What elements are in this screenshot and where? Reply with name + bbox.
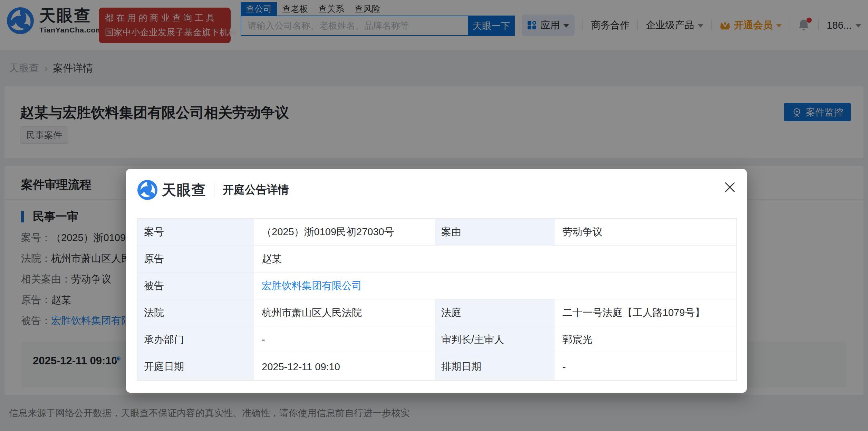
table-row: 被告 宏胜饮料集团有限公司: [138, 272, 736, 299]
close-icon[interactable]: [724, 181, 736, 193]
tianyancha-logo-icon: [137, 180, 157, 200]
cell-value: 2025-12-11 09:10: [255, 353, 435, 380]
cell-value: -: [255, 326, 435, 353]
defendant-company-link[interactable]: 宏胜饮料集团有限公司: [255, 272, 736, 299]
hearing-detail-modal: 天眼查 开庭公告详情 案号 （2025）浙0109民初27030号 案由 劳动争…: [126, 169, 747, 393]
table-row: 案号 （2025）浙0109民初27030号 案由 劳动争议: [138, 219, 736, 246]
modal-title-divider: [214, 183, 214, 197]
cell-value: 杭州市萧山区人民法院: [255, 299, 435, 326]
table-row: 原告 赵某: [138, 246, 736, 272]
cell-value: -: [556, 353, 736, 380]
cell-label: 原告: [138, 246, 255, 272]
cell-value: （2025）浙0109民初27030号: [255, 219, 435, 245]
cell-label: 承办部门: [138, 326, 255, 353]
modal-brand: 天眼查: [162, 181, 206, 200]
cell-label: 法院: [138, 299, 255, 326]
modal-title: 开庭公告详情: [223, 182, 289, 198]
table-row: 法院 杭州市萧山区人民法院 法庭 二十一号法庭【工人路1079号】: [138, 299, 736, 326]
cell-label: 审判长/主审人: [435, 326, 556, 353]
cell-label: 案号: [138, 219, 255, 245]
cell-label: 法庭: [435, 299, 556, 326]
cell-value: 郭宸光: [556, 326, 736, 353]
hearing-detail-table: 案号 （2025）浙0109民初27030号 案由 劳动争议 原告 赵某 被告 …: [137, 218, 737, 381]
modal-header: 天眼查 开庭公告详情: [137, 180, 289, 200]
cell-value: 二十一号法庭【工人路1079号】: [556, 299, 736, 326]
tianyancha-case-detail-page: 天眼查 TianYanCha.com 都在用的商业查询工具 国家中小企业发展子基…: [0, 0, 868, 431]
cell-label: 开庭日期: [138, 353, 255, 380]
table-row: 承办部门 - 审判长/主审人 郭宸光: [138, 326, 736, 353]
cell-label: 排期日期: [435, 353, 556, 380]
cell-value: 赵某: [255, 246, 736, 272]
cell-label: 被告: [138, 272, 255, 299]
cell-value: 劳动争议: [556, 219, 736, 245]
table-row: 开庭日期 2025-12-11 09:10 排期日期 -: [138, 353, 736, 380]
cell-label: 案由: [435, 219, 556, 245]
